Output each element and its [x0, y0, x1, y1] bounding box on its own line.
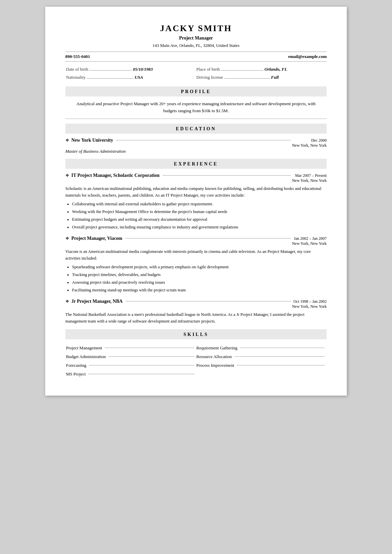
exp1-meta: Mar 2007 – Present New York, New York: [292, 173, 327, 183]
profile-title: PROFILE: [181, 89, 211, 94]
education-title: EDUCATION: [176, 126, 216, 131]
license-label: Driving license: [196, 75, 223, 80]
list-item: Working with the Project Management Offi…: [72, 208, 327, 215]
edu-meta: Dec 2000 New York, New York: [292, 138, 327, 148]
skill-left-3: Forecasting: [66, 361, 196, 369]
exp1-bullets: Collaborating with internal and external…: [65, 201, 327, 231]
edu-location: New York, New York: [292, 143, 327, 148]
candidate-email: email@example.com: [288, 54, 327, 59]
exp1-dots: [163, 175, 291, 176]
candidate-title: Project Manager: [65, 36, 327, 41]
exp3-title: Jr Project Manager, NBA: [71, 299, 123, 304]
skill-dots: [240, 348, 325, 348]
resume-header: JACKY SMITH Project Manager 143 Main Ave…: [65, 23, 327, 48]
edu-dots: [117, 140, 291, 140]
skill-name: MS Project: [66, 371, 86, 377]
license-row: Driving license ........................…: [196, 74, 326, 81]
skill-dots: [235, 356, 325, 357]
exp1-left: ❖ IT Project Manager, Scholastic Corpora…: [65, 173, 292, 178]
skill-right-3: Process Improvement: [196, 361, 326, 369]
exp1-description: Scholastic is an American multinational …: [65, 185, 327, 199]
exp2-left: ❖ Project Manager, Viacom: [65, 236, 292, 241]
skill-left-2: Budget Administration: [66, 353, 196, 361]
edu-degree: Master of Business Administration: [65, 149, 327, 154]
candidate-phone: 890-555-0401: [65, 54, 90, 59]
pob-label: Place of birth: [196, 67, 220, 72]
exp-entry-2: ❖ Project Manager, Viacom Jan 2002 – Jan…: [65, 236, 327, 294]
skill-right-empty: [196, 370, 326, 378]
skill-name: Resource Allocation: [196, 354, 232, 359]
profile-divider: [65, 119, 327, 119]
profile-text: Analytical and proactive Project Manager…: [65, 100, 327, 115]
nationality-row: Nationality ............................…: [66, 74, 196, 81]
pob-value: Orlando, FL: [264, 67, 287, 72]
exp2-location: New York, New York: [292, 241, 327, 246]
exp-entry-1: ❖ IT Project Manager, Scholastic Corpora…: [65, 173, 327, 231]
exp3-date: Oct 1998 – Jan 2002: [292, 299, 327, 304]
nationality-label: Nationality: [66, 75, 86, 80]
license-value: Full: [271, 75, 279, 80]
exp-entry-3: ❖ Jr Project Manager, NBA Oct 1998 – Jan…: [65, 299, 327, 325]
exp2-title: Project Manager, Viacom: [71, 236, 122, 241]
exp3-header: ❖ Jr Project Manager, NBA Oct 1998 – Jan…: [65, 299, 327, 309]
skill-dots: [105, 348, 194, 348]
profile-section-header: PROFILE: [65, 86, 327, 96]
diamond-icon: ❖: [65, 236, 69, 241]
skill-name: Requirement Gathering: [196, 345, 237, 351]
skill-dots: [88, 374, 194, 374]
list-item: Tracking project timelines, deliverables…: [72, 271, 327, 278]
skill-dots: [89, 365, 194, 365]
skill-right-1: Requirement Gathering: [196, 344, 326, 352]
exp3-left: ❖ Jr Project Manager, NBA: [65, 299, 292, 304]
skill-dots: [237, 365, 325, 365]
edu-entry-left: ❖ New York University: [65, 138, 292, 143]
exp2-description: Viacom is an American multinational medi…: [65, 248, 327, 262]
skill-dots: [109, 356, 194, 357]
exp1-title: IT Project Manager, Scholastic Corporati…: [71, 173, 159, 178]
diamond-icon: ❖: [65, 299, 69, 304]
diamond-icon: ❖: [65, 138, 69, 143]
skill-name: Budget Administration: [66, 354, 106, 359]
exp3-description: The National Basketball Association is a…: [65, 311, 327, 325]
resume-document: JACKY SMITH Project Manager 143 Main Ave…: [45, 7, 347, 396]
dob-label: Date of birth: [66, 67, 88, 72]
pob-row: Place of birth .........................…: [196, 66, 326, 73]
skills-section-header: SKILLS: [65, 329, 327, 339]
contact-row: 890-555-0401 email@example.com: [65, 52, 327, 62]
edu-org: New York University: [71, 138, 113, 143]
personal-info-table: Date of birth ..........................…: [65, 65, 327, 82]
skill-left-4: MS Project: [66, 370, 196, 378]
list-item: Collaborating with internal and external…: [72, 201, 327, 208]
edu-entry-header: ❖ New York University Dec 2000 New York,…: [65, 138, 327, 148]
exp3-location: New York, New York: [292, 304, 327, 309]
dob-value: 05/10/1983: [133, 67, 153, 72]
list-item: Overall project governance, including en…: [72, 224, 327, 231]
exp1-header: ❖ IT Project Manager, Scholastic Corpora…: [65, 173, 327, 183]
list-item: Facilitating morning stand-up meetings w…: [72, 287, 327, 294]
dob-row: Date of birth ..........................…: [66, 66, 196, 73]
diamond-icon: ❖: [65, 173, 69, 178]
education-section-header: EDUCATION: [65, 124, 327, 134]
exp1-location: New York, New York: [292, 178, 327, 183]
list-item: Assessing project risks and proactively …: [72, 279, 327, 286]
nationality-value: USA: [135, 75, 143, 80]
list-item: Estimating project budgets and writing a…: [72, 216, 327, 223]
exp2-meta: Jan 2002 – Jan 2007 New York, New York: [292, 236, 327, 246]
exp2-bullets: Spearheading software development projec…: [65, 264, 327, 294]
skill-name: Forecasting: [66, 363, 86, 368]
skill-name: Process Improvement: [196, 363, 234, 368]
skills-table: Project Management Requirement Gathering…: [65, 343, 327, 379]
exp2-date: Jan 2002 – Jan 2007: [292, 236, 327, 241]
experience-title: EXPERIENCE: [174, 161, 218, 166]
experience-section-header: EXPERIENCE: [65, 159, 327, 169]
exp2-header: ❖ Project Manager, Viacom Jan 2002 – Jan…: [65, 236, 327, 246]
skill-name: Project Management: [66, 345, 102, 351]
exp2-dots: [126, 238, 291, 238]
edu-date: Dec 2000: [292, 138, 327, 143]
candidate-address: 143 Main Ave, Orlando, FL, 32804, United…: [65, 43, 327, 48]
skill-right-2: Resource Allocation: [196, 353, 326, 361]
exp3-meta: Oct 1998 – Jan 2002 New York, New York: [292, 299, 327, 309]
education-entry: ❖ New York University Dec 2000 New York,…: [65, 138, 327, 154]
skills-title: SKILLS: [184, 332, 209, 337]
candidate-name: JACKY SMITH: [65, 23, 327, 33]
